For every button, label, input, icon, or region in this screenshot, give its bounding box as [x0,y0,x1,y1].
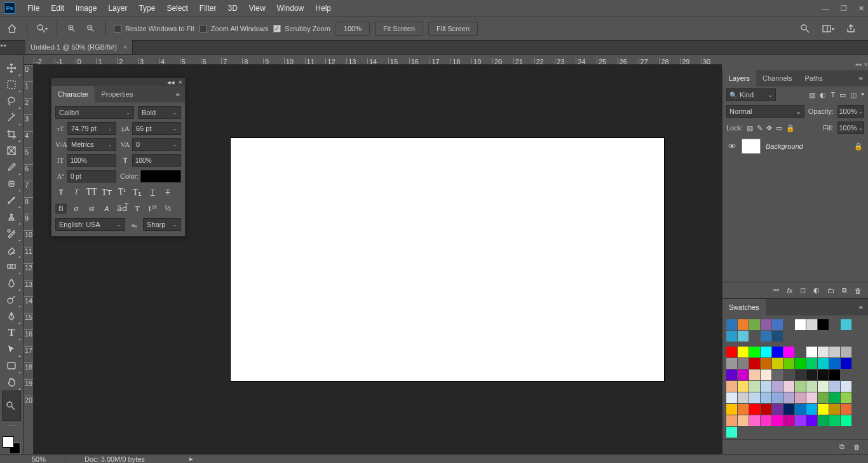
blur-tool[interactable] [2,275,21,291]
hscale-field[interactable]: 100% [132,154,181,167]
zoom-all-checkbox[interactable]: Zoom All Windows [200,25,268,32]
swatch[interactable] [783,404,794,415]
swatch[interactable] [829,404,840,415]
menu-layer[interactable]: Layer [102,0,133,17]
swatch[interactable] [749,415,760,426]
swatch[interactable] [749,370,760,380]
dodge-tool[interactable] [2,291,21,308]
contextual-icon[interactable]: σ [71,204,82,214]
swatch[interactable] [841,381,851,392]
swatch[interactable] [795,392,806,403]
swatch[interactable] [772,347,783,357]
swatch[interactable] [761,404,771,415]
ligatures-icon[interactable]: fi [55,204,67,214]
layer-row-background[interactable]: 👁 Background 🔒 [722,136,868,156]
panel-close-icon[interactable]: × [179,78,182,86]
swatch[interactable] [806,404,817,415]
swatch[interactable] [818,319,829,330]
restore-icon[interactable]: ❐ [841,4,847,13]
layer-name[interactable]: Background [766,142,849,150]
swatch[interactable] [818,404,829,415]
fractions-icon[interactable]: ½ [162,204,173,214]
swatch[interactable] [806,392,817,403]
swatch[interactable] [738,358,749,369]
swatch[interactable] [749,347,760,357]
status-doc-info[interactable]: Doc: 3.00M/0 bytes [85,455,145,463]
swatch[interactable] [761,319,771,330]
eyedropper-tool[interactable] [2,159,21,176]
font-size-field[interactable]: 74.79 pt⌄ [67,122,116,135]
zoom-tool[interactable] [2,390,21,421]
magic-wand-tool[interactable] [2,109,21,126]
swatch[interactable] [806,358,817,369]
vscale-field[interactable]: 100% [67,154,116,167]
swatch[interactable] [761,381,771,392]
document-canvas[interactable] [231,138,664,381]
swatch[interactable] [841,358,851,369]
filter-pixel-icon[interactable]: ▧ [809,91,815,99]
swatch[interactable] [749,381,760,392]
delete-swatch-icon[interactable]: 🗑 [853,443,860,451]
eraser-tool[interactable] [2,242,21,258]
group-icon[interactable]: 🗀 [827,287,834,294]
lock-nesting-icon[interactable]: ▭ [776,124,782,132]
path-selection-tool[interactable] [2,341,21,357]
swatch[interactable] [726,415,737,426]
swatch[interactable] [738,370,749,380]
brush-tool[interactable] [2,192,21,209]
swatch[interactable] [795,415,806,426]
swash-icon[interactable]: A [101,204,112,214]
crop-tool[interactable] [2,126,21,142]
filter-toggle-icon[interactable]: ● [861,91,864,99]
swatch[interactable] [726,358,737,369]
swatch[interactable] [806,347,817,357]
menu-window[interactable]: Window [271,0,310,17]
opacity-field[interactable]: 100%⌄ [837,105,864,118]
layers-menu-icon[interactable]: ≡ [854,74,868,82]
menu-3d[interactable]: 3D [222,0,243,17]
font-style-select[interactable]: Bold⌄ [138,106,181,119]
swatch[interactable] [772,415,783,426]
swatch[interactable] [818,347,829,357]
zoom-pct-button[interactable]: 100% [336,22,370,36]
swatches-menu-icon[interactable]: ≡ [854,303,868,311]
fill-field[interactable]: 100%⌄ [837,121,864,134]
pen-tool[interactable] [2,308,21,324]
tab-swatches[interactable]: Swatches [722,299,766,315]
document-tab[interactable]: Untitled-1 @ 50% (RGB/8#) × [25,40,133,54]
tab-character[interactable]: Character [51,86,95,102]
swatch[interactable] [772,392,783,403]
swatch[interactable] [726,370,737,380]
swatch[interactable] [806,381,817,392]
menu-select[interactable]: Select [161,0,193,17]
swatch[interactable] [795,319,806,330]
dock-close-icon[interactable]: × [864,60,867,68]
workspace-switcher-icon[interactable]: ▾ [821,22,835,36]
lock-trans-icon[interactable]: ▨ [747,124,753,132]
ordinals-icon[interactable]: 1ˢᵗ [147,204,158,214]
zoom-in-icon[interactable] [65,22,79,36]
menu-image[interactable]: Image [70,0,102,17]
swatch[interactable] [795,358,806,369]
swatch[interactable] [749,319,760,330]
frame-tool[interactable] [2,142,21,159]
filter-adjust-icon[interactable]: ◐ [820,91,826,99]
marquee-tool[interactable] [2,76,21,93]
resize-windows-checkbox[interactable]: Resize Windows to Fit [114,25,194,32]
close-tab-icon[interactable]: × [123,43,127,51]
zoom-out-icon[interactable] [84,22,98,36]
discretionary-icon[interactable]: st [86,204,97,214]
swatch[interactable] [738,415,749,426]
swatch[interactable] [726,319,737,330]
visibility-icon[interactable]: 👁 [728,142,736,151]
hand-tool[interactable] [2,374,21,390]
swatch[interactable] [738,347,749,357]
leading-field[interactable]: 65 pt⌄ [132,122,181,135]
swatch[interactable] [726,381,737,392]
swatch[interactable] [761,358,771,369]
swatch[interactable] [726,404,737,415]
minimize-icon[interactable]: — [822,4,829,12]
titling-icon[interactable]: T [132,204,143,214]
foreground-color[interactable] [3,436,14,448]
swatch[interactable] [761,370,771,380]
